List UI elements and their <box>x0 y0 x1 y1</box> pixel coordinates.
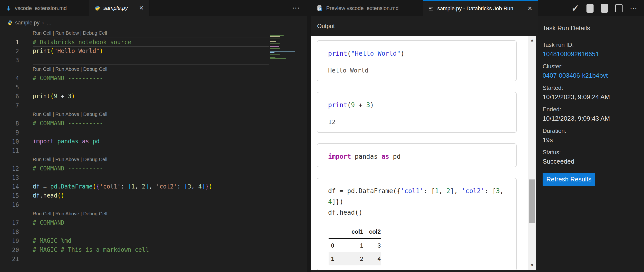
scrollbar-thumb[interactable] <box>529 180 535 223</box>
codelens-actions[interactable]: Run Cell | Run Above | Debug Cell <box>33 65 269 74</box>
code-line[interactable]: 16 <box>0 200 269 209</box>
task-field-label: Task run ID: <box>542 41 639 49</box>
code-text[interactable]: # Databricks notebook source <box>33 38 269 47</box>
output-cell: import pandas as pd <box>317 143 517 167</box>
scroll-up-icon[interactable]: ▲ <box>528 38 536 43</box>
tab-sample-py-databricks-job-run[interactable]: sample.py - Databricks Job Run ✕ <box>423 0 538 16</box>
code-line[interactable]: 14df = pd.DataFrame({'col1': [1, 2], 'co… <box>0 182 269 191</box>
cell-code-line: df.head() <box>328 207 505 218</box>
code-line[interactable]: 21 <box>0 254 269 263</box>
code-text[interactable] <box>33 83 269 92</box>
code-text[interactable] <box>33 227 269 236</box>
codelens-actions[interactable]: Run Cell | Run Above | Debug Cell <box>33 209 269 218</box>
code-text[interactable]: import pandas as pd <box>33 137 269 146</box>
minimap-line <box>270 41 276 42</box>
minimap-line <box>270 39 280 39</box>
code-text[interactable] <box>33 128 269 137</box>
task-field-value-link[interactable]: 1048100092616651 <box>542 49 639 59</box>
code-line[interactable]: 15df.head() <box>0 191 269 200</box>
code-line[interactable]: 10import pandas as pd <box>0 137 269 146</box>
code-line[interactable]: 12# COMMAND ---------- <box>0 164 269 173</box>
code-line[interactable]: 17# COMMAND ---------- <box>0 218 269 227</box>
codelens-row[interactable]: Run Cell | Run Above | Debug Cell <box>0 65 269 74</box>
code-line[interactable]: 1# Databricks notebook source <box>0 38 269 47</box>
close-icon[interactable]: ✕ <box>528 6 532 12</box>
code-text[interactable]: df.head() <box>33 191 269 200</box>
tab-sample-py[interactable]: sample.py ✕ <box>89 0 150 16</box>
codelens-row[interactable]: Run Cell | Run Below | Debug Cell <box>0 29 269 38</box>
minimap-line <box>270 54 280 55</box>
refresh-results-button[interactable]: Refresh Results <box>542 173 595 186</box>
code-text[interactable]: print("Hello World") <box>33 47 269 56</box>
python-icon <box>7 20 13 25</box>
job-run-icon <box>428 6 434 12</box>
code-line[interactable]: 19# MAGIC %md <box>0 236 269 245</box>
minimap[interactable] <box>269 35 297 69</box>
split-editor-icon[interactable] <box>615 5 622 12</box>
code-line[interactable]: 13 <box>0 173 269 182</box>
code-line[interactable]: 11 <box>0 146 269 155</box>
code-text[interactable]: print(9 + 3) <box>33 92 269 101</box>
code-text[interactable] <box>33 101 269 110</box>
code-line[interactable]: 18 <box>0 227 269 236</box>
line-number: 13 <box>0 174 19 181</box>
dataframe-table: col1col2013124 <box>328 225 381 265</box>
codelens-actions[interactable]: Run Cell | Run Above | Debug Cell <box>33 155 269 164</box>
task-field: Status:Succeeded <box>542 148 639 166</box>
breadcrumb-symbol-more[interactable]: … <box>46 20 52 26</box>
tab-preview-vscode-extension-md[interactable]: Preview vscode_extension.md <box>311 0 423 16</box>
code-line[interactable]: 8# COMMAND ---------- <box>0 119 269 128</box>
code-text[interactable] <box>33 56 269 65</box>
close-icon[interactable]: ✕ <box>139 5 144 11</box>
code-line[interactable]: 7 <box>0 101 269 110</box>
code-line[interactable]: 9 <box>0 128 269 137</box>
minimap-line <box>270 36 280 37</box>
code-text[interactable]: # COMMAND ---------- <box>33 218 269 227</box>
square-icon[interactable] <box>601 4 608 13</box>
editor-group-more-icon[interactable]: ⋯ <box>292 0 300 16</box>
code-line[interactable]: 6print(9 + 3) <box>0 92 269 101</box>
chevron-right-icon: › <box>42 19 44 26</box>
task-field: Started:10/12/2023, 9:09:24 AM <box>542 84 639 102</box>
code-line[interactable]: 20# MAGIC # This is a markdown cell <box>0 245 269 254</box>
check-icon[interactable]: ✓ <box>571 4 579 13</box>
tab-vscode-extension-md[interactable]: vscode_extension.md <box>0 0 89 16</box>
code-text[interactable]: df = pd.DataFrame({'col1': [1, 2], 'col2… <box>33 182 269 191</box>
output-scrollbar[interactable]: ▲ ▼ <box>528 36 536 270</box>
tab-label: sample.py <box>103 5 128 11</box>
line-number: 19 <box>0 238 19 244</box>
code-text[interactable] <box>33 200 269 209</box>
task-field-value: Succeeded <box>542 157 639 166</box>
codelens-row[interactable]: Run Cell | Run Above | Debug Cell <box>0 110 269 119</box>
line-number: 4 <box>0 75 19 82</box>
line-number: 6 <box>0 93 19 100</box>
scroll-down-icon[interactable]: ▼ <box>528 263 536 268</box>
code-text[interactable] <box>33 173 269 182</box>
code-text[interactable]: # COMMAND ---------- <box>33 74 269 83</box>
code-line[interactable]: 2print("Hello World") <box>0 47 269 56</box>
codelens-row[interactable]: Run Cell | Run Above | Debug Cell <box>0 155 269 164</box>
code-text[interactable] <box>33 254 269 263</box>
breadcrumb[interactable]: sample.py › … <box>7 18 52 27</box>
task-field-value-link[interactable]: 0407-003406-k21b4bvt <box>542 71 639 80</box>
code-text[interactable]: # MAGIC # This is a markdown cell <box>33 245 269 254</box>
square-icon[interactable] <box>586 4 594 13</box>
code-text[interactable] <box>33 146 269 155</box>
code-text[interactable]: # COMMAND ---------- <box>33 119 269 128</box>
codelens-actions[interactable]: Run Cell | Run Below | Debug Cell <box>33 29 269 38</box>
codelens-actions[interactable]: Run Cell | Run Above | Debug Cell <box>33 110 269 119</box>
code-line[interactable]: 4# COMMAND ---------- <box>0 74 269 83</box>
code-text[interactable]: # MAGIC %md <box>33 236 269 245</box>
line-number: 1 <box>0 39 19 46</box>
line-number: 7 <box>0 102 19 109</box>
code-line[interactable]: 5 <box>0 83 269 92</box>
task-field-label: Cluster: <box>542 62 639 71</box>
breadcrumb-file[interactable]: sample.py <box>15 20 40 26</box>
more-actions-icon[interactable]: ⋯ <box>630 5 638 12</box>
code-editor[interactable]: Run Cell | Run Below | Debug Cell1# Data… <box>0 29 269 272</box>
codelens-row[interactable]: Run Cell | Run Above | Debug Cell <box>0 209 269 218</box>
task-field-label: Ended: <box>542 105 639 113</box>
editor-group-sash[interactable] <box>307 16 311 272</box>
code-text[interactable]: # COMMAND ---------- <box>33 164 269 173</box>
code-line[interactable]: 3 <box>0 56 269 65</box>
